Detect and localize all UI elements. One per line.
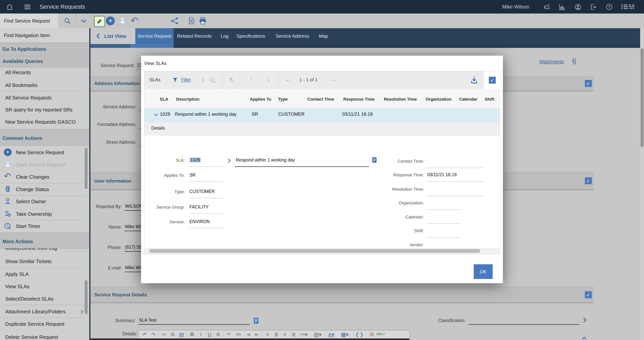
chevron-down-icon[interactable] bbox=[80, 17, 87, 24]
restore-dialog-button[interactable]: ↙ bbox=[489, 77, 496, 84]
scroll-up-chevron-icon[interactable] bbox=[582, 335, 587, 340]
text-color-icon[interactable]: A▾ bbox=[327, 332, 336, 338]
tab-specifications[interactable]: Specifications bbox=[236, 28, 265, 44]
download-icon[interactable] bbox=[470, 76, 478, 84]
sidebar-scrollbar-more[interactable] bbox=[85, 280, 88, 314]
sidebar-section-queries[interactable]: Available Queries bbox=[0, 56, 89, 67]
new-record-button[interactable]: + bbox=[106, 16, 115, 25]
service-group-value[interactable]: FACILITY bbox=[190, 204, 209, 210]
undo-icon[interactable]: ↶ bbox=[140, 332, 149, 338]
profile-icon[interactable] bbox=[574, 3, 582, 11]
email-value[interactable]: Mike.Wil bbox=[125, 265, 142, 270]
col-calendar[interactable]: Calendar bbox=[459, 97, 478, 102]
sidebar-item-show-similar-tickets[interactable]: Show Similar Tickets bbox=[5, 259, 90, 265]
sidebar-scrollbar-common[interactable] bbox=[85, 148, 88, 189]
print-icon[interactable] bbox=[198, 16, 207, 25]
sidebar-item-duplicate-service-request[interactable]: Duplicate Service Request bbox=[5, 321, 90, 327]
sidebar-section-common[interactable]: Common Actions bbox=[0, 129, 89, 146]
reported-by-value[interactable]: WILSON bbox=[125, 204, 143, 209]
cut-icon[interactable]: ✂ bbox=[160, 332, 168, 338]
home-icon[interactable] bbox=[6, 3, 14, 11]
phone-value[interactable]: (617) 55 bbox=[125, 245, 142, 250]
collapse-details-button[interactable]: ↙ bbox=[585, 291, 592, 298]
response-time-value[interactable]: 03/11/21 16:19 bbox=[427, 172, 457, 177]
cell-type[interactable]: CUSTOMER bbox=[278, 111, 304, 117]
sidebar-item-clear-changes[interactable]: Clear Changes bbox=[16, 174, 101, 180]
paste-word-icon[interactable]: ⧉ bbox=[368, 332, 376, 338]
next-page-icon[interactable]: → bbox=[329, 75, 337, 83]
chart-icon[interactable] bbox=[558, 3, 566, 11]
expand-row-icon[interactable] bbox=[154, 112, 159, 117]
applies-to-value[interactable]: SR bbox=[190, 173, 196, 178]
sidebar-item-all-bookmarks[interactable]: All Bookmarks bbox=[5, 82, 90, 88]
sidebar-item-sr-query[interactable]: SR query for my reported SRs bbox=[5, 107, 90, 113]
strikethrough-icon[interactable]: S bbox=[214, 332, 222, 338]
sidebar-item-change-status[interactable]: Change Status bbox=[16, 186, 101, 192]
bullet-list-icon[interactable]: ≡• bbox=[234, 332, 243, 338]
find-record-input[interactable]: Find Service Request bbox=[0, 13, 59, 28]
user-name[interactable]: Mike Wilson bbox=[502, 0, 529, 13]
clear-filter-icon[interactable] bbox=[228, 77, 235, 83]
find-dropdown-cell[interactable] bbox=[76, 13, 92, 28]
service-request-details-section[interactable]: Service Request Details bbox=[90, 287, 594, 303]
tab-service-address[interactable]: Service Address bbox=[276, 28, 309, 44]
tab-service-request[interactable]: Service Request bbox=[135, 28, 174, 44]
ok-button[interactable]: OK bbox=[474, 264, 493, 279]
col-shift[interactable]: Shift bbox=[485, 97, 494, 102]
indent-icon[interactable]: ⇥ bbox=[244, 332, 252, 338]
sidebar-item-view-slas[interactable]: View SLAs bbox=[5, 284, 90, 290]
sidebar-item-delete-service-request[interactable]: Delete Service Request bbox=[5, 334, 90, 340]
cell-sla[interactable]: 1029 bbox=[160, 111, 170, 117]
collapse-address-button[interactable]: ↙ bbox=[585, 80, 592, 87]
underline-icon[interactable]: U bbox=[205, 332, 214, 338]
sla-description-value[interactable]: Respond within 1 working day bbox=[236, 157, 295, 163]
tab-related-records[interactable]: Related Records bbox=[177, 28, 212, 44]
search-icon[interactable] bbox=[209, 77, 216, 84]
sla-table-row[interactable]: 1029 Respond within 1 working day SR CUS… bbox=[144, 108, 500, 122]
report-icon[interactable] bbox=[187, 16, 196, 25]
menu-icon[interactable] bbox=[24, 3, 31, 11]
forward-icon[interactable]: → bbox=[156, 15, 165, 26]
cell-description[interactable]: Respond within 1 working day bbox=[175, 111, 236, 117]
sidebar-item-apply-sla[interactable]: Apply SLA bbox=[5, 271, 90, 277]
tab-map[interactable]: Map bbox=[319, 28, 328, 44]
image-icon[interactable]: ▨▾ bbox=[314, 332, 322, 338]
row-up-icon[interactable]: ↑ bbox=[249, 75, 253, 83]
row-down-icon[interactable]: ↓ bbox=[267, 75, 270, 83]
cell-applies-to[interactable]: SR bbox=[252, 111, 258, 117]
service-value[interactable]: ENVIRON bbox=[190, 219, 210, 224]
col-type[interactable]: Type bbox=[278, 97, 288, 102]
classification-detail-chevron-icon[interactable] bbox=[582, 317, 588, 323]
undo-icon[interactable]: ↶ bbox=[131, 15, 138, 26]
sidebar-item-select-owner[interactable]: Select Owner bbox=[16, 199, 101, 205]
outdent-icon[interactable]: ⇤ bbox=[252, 332, 261, 338]
detail-menu-icon[interactable] bbox=[226, 158, 232, 164]
ordered-list-icon[interactable]: ≡¹ bbox=[224, 332, 233, 337]
sla-field-value[interactable]: 1029 bbox=[190, 157, 201, 163]
col-sla[interactable]: SLA bbox=[160, 97, 168, 102]
redo-icon[interactable]: ↷ bbox=[149, 332, 158, 338]
align-center-icon[interactable]: ≣ bbox=[272, 332, 280, 338]
cell-response-time[interactable]: 03/11/21 16:19 bbox=[342, 111, 373, 117]
sidebar-item-select-deselect-slas[interactable]: Select/Deselect SLAs bbox=[5, 296, 90, 302]
link-icon[interactable]: ⚯▾ bbox=[300, 332, 308, 338]
sidebar-item-attachment-library[interactable]: Attachment Library/Folders bbox=[5, 309, 90, 315]
spellcheck-icon[interactable]: abc✓ bbox=[376, 332, 385, 336]
megaphone-icon[interactable] bbox=[543, 3, 550, 11]
source-icon[interactable]: ❬❭ bbox=[355, 332, 364, 338]
col-organization[interactable]: Organization bbox=[426, 97, 452, 102]
save-icon[interactable] bbox=[118, 17, 127, 25]
copy-icon[interactable]: ⧉ bbox=[168, 332, 177, 338]
sidebar-item-all-service-requests[interactable]: All Service Requests bbox=[5, 95, 90, 101]
sidebar-item-all-records[interactable]: All Records bbox=[5, 69, 90, 75]
edit-mode-button[interactable] bbox=[94, 16, 105, 27]
col-contact-time[interactable]: Contact Time bbox=[307, 97, 334, 102]
italic-icon[interactable]: I bbox=[196, 332, 205, 338]
workflow-icon[interactable] bbox=[170, 16, 179, 25]
paperclip-icon[interactable] bbox=[570, 57, 578, 66]
col-description[interactable]: Description bbox=[176, 97, 200, 102]
type-value[interactable]: CUSTOMER bbox=[190, 189, 215, 194]
search-icon[interactable] bbox=[64, 17, 71, 25]
col-response-time[interactable]: Response Time bbox=[343, 97, 374, 102]
sidebar-item-clipped[interactable]: Modify/Delete from Log bbox=[0, 248, 85, 253]
